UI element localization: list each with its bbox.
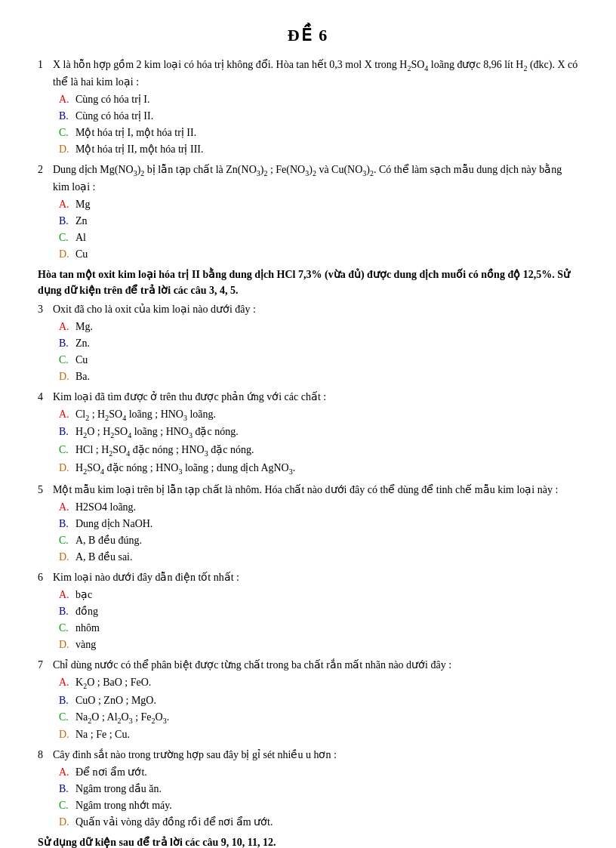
q5-num: 5 xyxy=(38,482,48,498)
q4-opt-b-label: B. xyxy=(59,424,72,441)
q7-opt-b-text: CuO ; ZnO ; MgO. xyxy=(75,692,156,708)
q5-text: Một mẫu kim loại trên bị lẫn tạp chất là… xyxy=(53,482,578,498)
q7-opt-b-label: B. xyxy=(59,692,72,708)
q6-opt-c-label: C. xyxy=(59,620,72,636)
question-8: 8 Cây đinh sắt nào trong trường hợp sau … xyxy=(38,747,578,830)
q8-num: 8 xyxy=(38,747,48,763)
q5-options: A. H2SO4 loãng. B. Dung dịch NaOH. C. A,… xyxy=(59,499,578,565)
question-5: 5 Một mẫu kim loại trên bị lẫn tạp chất … xyxy=(38,482,578,565)
q1-options: A. Cùng có hóa trị I. B. Cùng có hóa trị… xyxy=(59,91,578,157)
q4-num: 4 xyxy=(38,389,48,405)
question-4: 4 Kim loại đã tìm được ở trên thu được p… xyxy=(38,389,578,477)
q6-opt-a-label: A. xyxy=(59,587,72,603)
q1-text: X là hỗn hợp gồm 2 kim loại có hóa trị k… xyxy=(53,57,578,90)
q1-opt-a-label: A. xyxy=(59,91,72,107)
q1-num: 1 xyxy=(38,57,48,90)
question-6: 6 Kim loại nào dưới đây dẫn điện tốt nhấ… xyxy=(38,569,578,652)
q3-num: 3 xyxy=(38,301,48,317)
q6-opt-d-text: vàng xyxy=(75,637,96,652)
q4-options: A. Cl2 ; H2SO4 loãng ; HNO3 loãng. B. H2… xyxy=(59,406,578,477)
q3-opt-b-label: B. xyxy=(59,335,72,351)
q8-opt-d-label: D. xyxy=(59,814,72,830)
q2-opt-c-text: Al xyxy=(75,230,86,245)
q1-opt-a-text: Cùng có hóa trị I. xyxy=(75,91,149,107)
q2-opt-b-label: B. xyxy=(59,213,72,229)
q3-opt-d-label: D. xyxy=(59,368,72,384)
q7-opt-a-text: K2O ; BaO ; FeO. xyxy=(75,674,151,692)
q4-opt-d-label: D. xyxy=(59,460,72,477)
q1-opt-c-text: Một hóa trị I, một hóa trị II. xyxy=(75,125,196,140)
q8-opt-c-text: Ngâm trong nhớt máy. xyxy=(75,797,172,813)
q3-opt-c-text: Cu xyxy=(75,352,88,368)
q3-opt-d-text: Ba. xyxy=(75,368,90,384)
q6-opt-c-text: nhôm xyxy=(75,620,100,636)
q4-opt-c-text: HCl ; H2SO4 đặc nóng ; HNO3 đặc nóng. xyxy=(75,442,254,459)
q5-opt-a-label: A. xyxy=(59,499,72,515)
q2-opt-a-label: A. xyxy=(59,196,72,212)
q5-opt-b-label: B. xyxy=(59,516,72,532)
q2-opt-d-label: D. xyxy=(59,246,72,262)
question-7: 7 Chỉ dùng nước có thể phân biệt được từ… xyxy=(38,657,578,743)
q4-opt-a-text: Cl2 ; H2SO4 loãng ; HNO3 loãng. xyxy=(75,406,216,424)
q5-opt-b-text: Dung dịch NaOH. xyxy=(75,516,152,532)
page-title: ĐỀ 6 xyxy=(38,23,578,48)
bold-section-2: Sử dụng dữ kiện sau để trả lời các câu 9… xyxy=(38,834,578,848)
q6-text: Kim loại nào dưới đây dẫn điện tốt nhất … xyxy=(53,569,578,585)
q7-text: Chỉ dùng nước có thể phân biệt được từng… xyxy=(53,657,578,673)
q4-opt-b-text: H2O ; H2SO4 loãng ; HNO3 đặc nóng. xyxy=(75,424,239,441)
q2-opt-c-label: C. xyxy=(59,230,72,245)
q7-opt-c-text: Na2O ; Al2O3 ; Fe2O3. xyxy=(75,709,169,726)
q4-opt-a-label: A. xyxy=(59,406,72,424)
q3-options: A. Mg. B. Zn. C. Cu D. Ba. xyxy=(59,319,578,384)
question-2: 2 Dung dịch Mg(NO3)2 bị lẫn tạp chất là … xyxy=(38,162,578,262)
q8-opt-d-text: Quấn vải vòng dây đồng rồi để nơi ẩm ướt… xyxy=(75,814,273,830)
q1-opt-c-label: C. xyxy=(59,125,72,140)
q6-options: A. bạc B. đồng C. nhôm D. vàng xyxy=(59,587,578,652)
q2-opt-a-text: Mg xyxy=(75,196,90,212)
q7-num: 7 xyxy=(38,657,48,673)
q6-opt-b-label: B. xyxy=(59,603,72,619)
q8-options: A. Để nơi ẩm ướt. B. Ngâm trong dầu ăn. … xyxy=(59,764,578,830)
q5-opt-c-text: A, B đều đúng. xyxy=(75,532,142,548)
q6-opt-a-text: bạc xyxy=(75,587,92,603)
q7-opt-a-label: A. xyxy=(59,674,72,692)
q7-opt-d-label: D. xyxy=(59,726,72,742)
q8-text: Cây đinh sắt nào trong trường hợp sau đâ… xyxy=(53,747,578,763)
q2-opt-b-text: Zn xyxy=(75,213,88,229)
q4-opt-d-text: H2SO4 đặc nóng ; HNO3 loãng ; dung dịch … xyxy=(75,460,295,477)
q5-opt-a-text: H2SO4 loãng. xyxy=(75,499,136,515)
q6-opt-b-text: đồng xyxy=(75,603,98,619)
q8-opt-a-label: A. xyxy=(59,764,72,780)
q3-opt-a-text: Mg. xyxy=(75,319,93,335)
q3-opt-a-label: A. xyxy=(59,319,72,335)
question-3: 3 Oxit đã cho là oxit của kim loại nào d… xyxy=(38,301,578,384)
q1-opt-b-label: B. xyxy=(59,108,72,124)
q5-opt-c-label: C. xyxy=(59,532,72,548)
q1-opt-d-text: Một hóa trị II, một hóa trị III. xyxy=(75,141,203,157)
q2-opt-d-text: Cu xyxy=(75,246,88,262)
q5-opt-d-text: A, B đều sai. xyxy=(75,549,133,565)
q4-opt-c-label: C. xyxy=(59,442,72,459)
bold-section-1: Hòa tan một oxit kim loại hóa trị II bằn… xyxy=(38,267,578,298)
q7-opt-d-text: Na ; Fe ; Cu. xyxy=(75,726,130,742)
q5-opt-d-label: D. xyxy=(59,549,72,565)
q7-opt-c-label: C. xyxy=(59,709,72,726)
q3-opt-b-text: Zn. xyxy=(75,335,90,351)
q2-num: 2 xyxy=(38,162,48,195)
question-1: 1 X là hỗn hợp gồm 2 kim loại có hóa trị… xyxy=(38,57,578,157)
q3-text: Oxit đã cho là oxit của kim loại nào dướ… xyxy=(53,301,578,317)
q6-opt-d-label: D. xyxy=(59,637,72,652)
q8-opt-b-label: B. xyxy=(59,781,72,797)
q8-opt-a-text: Để nơi ẩm ướt. xyxy=(75,764,147,780)
q2-options: A. Mg B. Zn C. Al D. Cu xyxy=(59,196,578,262)
q8-opt-b-text: Ngâm trong dầu ăn. xyxy=(75,781,162,797)
q3-opt-c-label: C. xyxy=(59,352,72,368)
q2-text: Dung dịch Mg(NO3)2 bị lẫn tạp chất là Zn… xyxy=(53,162,578,195)
q8-opt-c-label: C. xyxy=(59,797,72,813)
q7-options: A. K2O ; BaO ; FeO. B. CuO ; ZnO ; MgO. … xyxy=(59,674,578,743)
q6-num: 6 xyxy=(38,569,48,585)
q4-text: Kim loại đã tìm được ở trên thu được phả… xyxy=(53,389,578,405)
q1-opt-d-label: D. xyxy=(59,141,72,157)
q1-opt-b-text: Cùng có hóa trị II. xyxy=(75,108,153,124)
